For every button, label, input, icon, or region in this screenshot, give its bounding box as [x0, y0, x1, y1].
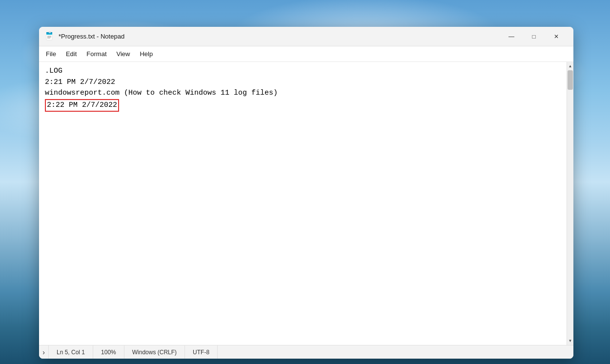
- menu-edit[interactable]: Edit: [61, 48, 81, 60]
- window-controls: — □ ✕: [500, 29, 568, 44]
- title-bar: *Progress.txt - Notepad — □ ✕: [39, 27, 573, 46]
- line-4-highlighted: 2:22 PM 2/7/2022: [45, 99, 119, 112]
- menu-format[interactable]: Format: [81, 48, 111, 60]
- scroll-thumb[interactable]: [568, 70, 573, 90]
- status-expand-button[interactable]: ›: [39, 345, 49, 359]
- scrollbar[interactable]: ▲ ▼: [567, 62, 573, 345]
- window-title: *Progress.txt - Notepad: [59, 33, 500, 40]
- menu-view[interactable]: View: [112, 48, 135, 60]
- cursor-position: Ln 5, Col 1: [49, 345, 93, 359]
- scroll-up-arrow[interactable]: ▲: [567, 62, 574, 70]
- maximize-button[interactable]: □: [523, 29, 545, 44]
- scroll-track[interactable]: [567, 70, 573, 337]
- close-button[interactable]: ✕: [545, 29, 568, 44]
- notepad-icon: [45, 32, 55, 41]
- editor-textarea[interactable]: .LOG 2:21 PM 2/7/2022 windowsreport.com …: [39, 62, 567, 345]
- line-1: .LOG: [45, 67, 62, 75]
- editor-container: .LOG 2:21 PM 2/7/2022 windowsreport.com …: [39, 62, 573, 345]
- encoding: UTF-8: [185, 345, 218, 359]
- desktop: *Progress.txt - Notepad — □ ✕ File Edit …: [0, 0, 610, 364]
- notepad-window: *Progress.txt - Notepad — □ ✕ File Edit …: [39, 27, 573, 359]
- line-2: 2:21 PM 2/7/2022: [45, 78, 115, 86]
- menu-help[interactable]: Help: [135, 48, 158, 60]
- menu-file[interactable]: File: [41, 48, 61, 60]
- minimize-button[interactable]: —: [500, 29, 523, 44]
- scroll-down-arrow[interactable]: ▼: [567, 337, 574, 345]
- line-ending: Windows (CRLF): [124, 345, 185, 359]
- zoom-level: 100%: [93, 345, 124, 359]
- status-bar: › Ln 5, Col 1 100% Windows (CRLF) UTF-8: [39, 345, 573, 359]
- line-3: windowsreport.com (How to check Windows …: [45, 89, 278, 97]
- menu-bar: File Edit Format View Help: [39, 46, 573, 62]
- svg-rect-6: [49, 32, 51, 33]
